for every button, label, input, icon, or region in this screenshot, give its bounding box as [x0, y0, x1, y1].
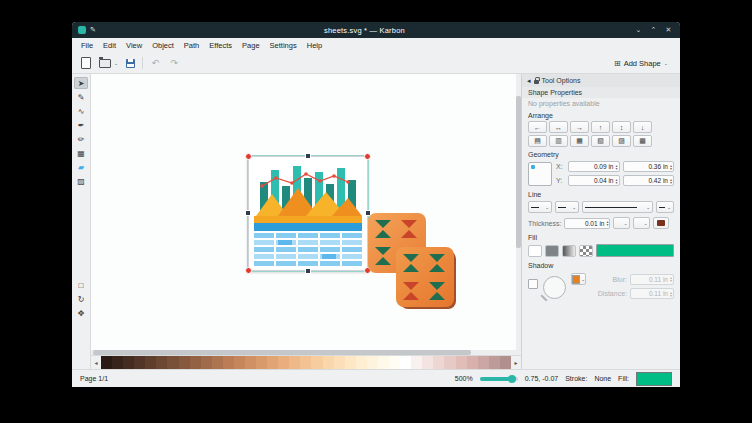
shadow-enable-checkbox[interactable] [528, 279, 538, 289]
palette-swatch-2[interactable] [123, 356, 134, 369]
arrange-row1-button-0[interactable]: ← [528, 121, 547, 133]
arrange-row1-button-5[interactable]: ↓ [633, 121, 652, 133]
arrange-row2-button-3[interactable]: ▧ [591, 135, 610, 147]
arrange-row2-button-2[interactable]: ▦ [570, 135, 589, 147]
palette-swatch-31[interactable] [444, 356, 455, 369]
palette-swatch-0[interactable] [101, 356, 112, 369]
open-document-button[interactable] [98, 56, 112, 70]
dock-collapse-icon[interactable]: ◂ [527, 77, 531, 85]
titlebar[interactable]: ✎ sheets.svg * — Karbon ⌄ ⌃ ✕ [72, 22, 680, 38]
palette-swatch-10[interactable] [212, 356, 223, 369]
palette-swatch-33[interactable] [467, 356, 478, 369]
line-join-combo[interactable]: ⌄ [555, 201, 579, 213]
blur-input[interactable]: 0.11 in ▴▾ [630, 274, 674, 285]
palette-swatch-12[interactable] [234, 356, 245, 369]
maximize-button[interactable]: ⌃ [648, 26, 659, 34]
arrange-row2-button-0[interactable]: ▤ [528, 135, 547, 147]
fill-pattern-button[interactable] [579, 245, 593, 257]
menu-item-effects[interactable]: Effects [204, 41, 237, 50]
pattern-tool[interactable]: ▨ [74, 175, 88, 187]
calligraphy-tool[interactable]: ✒ [74, 119, 88, 131]
arrange-row1-button-1[interactable]: ↔ [549, 121, 568, 133]
freehand-path-tool[interactable]: ✏ [74, 133, 88, 145]
stroke-settings-button[interactable] [653, 217, 669, 229]
position-anchor-widget[interactable] [528, 162, 552, 186]
pan-tool[interactable]: ✥ [74, 307, 88, 319]
palette-swatch-20[interactable] [323, 356, 334, 369]
arrange-row1-button-4[interactable]: ↕ [612, 121, 631, 133]
spinner-arrows-icon[interactable]: ▴▾ [670, 164, 672, 170]
palette-swatch-19[interactable] [311, 356, 322, 369]
shadow-angle-dial[interactable] [543, 276, 566, 299]
palette-swatch-21[interactable] [334, 356, 345, 369]
palette-swatch-29[interactable] [422, 356, 433, 369]
line-cap-combo[interactable]: ⌄ [528, 201, 552, 213]
arrange-row2-button-5[interactable]: ▩ [633, 135, 652, 147]
pencil-tool[interactable]: ✎ [74, 91, 88, 103]
grid-tool[interactable]: ▦ [74, 147, 88, 159]
palette-swatch-35[interactable] [489, 356, 500, 369]
minimize-button[interactable]: ⌄ [633, 26, 644, 34]
close-button[interactable]: ✕ [663, 26, 674, 34]
redo-button[interactable]: ↷ [167, 56, 181, 70]
palette-prev-button[interactable]: ◂ [91, 356, 101, 369]
open-dropdown-caret-icon[interactable]: ⌄ [114, 60, 118, 66]
cap-style-combo[interactable]: ⌄ [613, 217, 630, 229]
menu-item-path[interactable]: Path [179, 41, 204, 50]
selection-handle-ne[interactable] [364, 153, 371, 160]
select-tool[interactable]: ➤ [74, 77, 88, 89]
palette-swatch-8[interactable] [190, 356, 201, 369]
spinner-arrows-icon[interactable]: ▴▾ [615, 178, 617, 184]
zoom-tool[interactable]: ↻ [74, 293, 88, 305]
menu-item-help[interactable]: Help [302, 41, 327, 50]
palette-swatch-22[interactable] [345, 356, 356, 369]
palette-swatch-36[interactable] [500, 356, 511, 369]
palette-swatch-9[interactable] [201, 356, 212, 369]
fill-solid-button[interactable] [545, 245, 559, 257]
palette-swatch-30[interactable] [433, 356, 444, 369]
menu-item-page[interactable]: Page [237, 41, 265, 50]
palette-swatch-25[interactable] [378, 356, 389, 369]
dock-header[interactable]: ◂ Tool Options [522, 74, 680, 87]
palette-swatch-32[interactable] [456, 356, 467, 369]
height-input[interactable]: 0.42 in ▴▾ [623, 175, 675, 186]
chart-artwork-object[interactable] [248, 156, 368, 271]
zoom-slider-knob[interactable] [508, 375, 516, 383]
add-shape-button[interactable]: ⊞ Add Shape ⌄ [609, 57, 673, 70]
shape-tool[interactable]: □ [74, 279, 88, 291]
join-style-combo[interactable]: ⌄ [633, 217, 650, 229]
palette-swatch-28[interactable] [411, 356, 422, 369]
x-position-input[interactable]: 0.09 in ▴▾ [568, 161, 620, 172]
thickness-input[interactable]: 0.01 in ▴▾ [564, 218, 610, 229]
width-input[interactable]: 0.36 in ▴▾ [623, 161, 675, 172]
arrange-row2-button-4[interactable]: ▨ [612, 135, 631, 147]
spinner-arrows-icon[interactable]: ▴▾ [615, 164, 617, 170]
vertical-scroll-handle[interactable] [516, 96, 521, 248]
palette-swatch-3[interactable] [134, 356, 145, 369]
palette-swatch-11[interactable] [223, 356, 234, 369]
fill-gradient-button[interactable] [562, 245, 576, 257]
selection-handle-n[interactable] [305, 153, 311, 159]
distance-input[interactable]: 0.11 in ▴▾ [630, 288, 674, 299]
menu-item-file[interactable]: File [76, 41, 98, 50]
palette-swatch-5[interactable] [156, 356, 167, 369]
palette-swatch-1[interactable] [112, 356, 123, 369]
arrange-row2-button-1[interactable]: ▥ [549, 135, 568, 147]
arrange-row1-button-3[interactable]: ↑ [591, 121, 610, 133]
fill-color-bar[interactable] [596, 244, 674, 257]
menu-item-settings[interactable]: Settings [265, 41, 302, 50]
menu-item-object[interactable]: Object [147, 41, 179, 50]
menu-item-view[interactable]: View [121, 41, 147, 50]
palette-swatch-23[interactable] [356, 356, 367, 369]
spinner-arrows-icon[interactable]: ▴▾ [606, 220, 608, 226]
palette-swatch-14[interactable] [256, 356, 267, 369]
canvas-vertical-scrollbar[interactable] [516, 74, 521, 350]
palette-swatch-6[interactable] [167, 356, 178, 369]
save-button[interactable] [123, 56, 137, 70]
palette-next-button[interactable]: ▸ [511, 356, 521, 369]
shadow-color-button[interactable]: ⌄ [571, 273, 586, 285]
palette-swatch-26[interactable] [389, 356, 400, 369]
palette-swatch-13[interactable] [245, 356, 256, 369]
gradient-tool[interactable]: ▰ [74, 161, 88, 173]
palette-swatch-16[interactable] [278, 356, 289, 369]
